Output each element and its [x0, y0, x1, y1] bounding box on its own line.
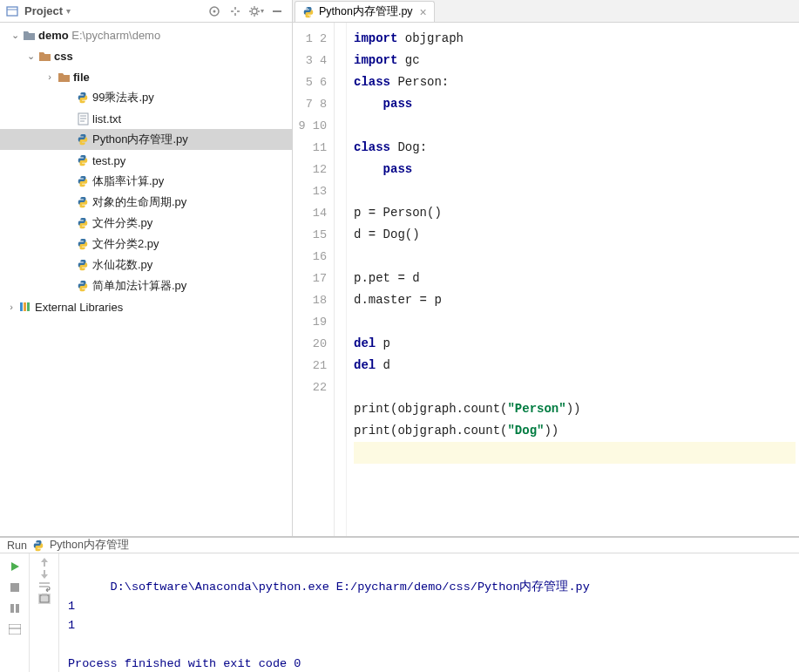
- project-sidebar: Project ▾ ▾ ⌄ demo E:\pycharm\demo ⌄ css…: [0, 0, 293, 536]
- tree-folder-css[interactable]: ⌄ css: [0, 45, 292, 66]
- pause-button[interactable]: [3, 599, 26, 618]
- python-file-icon: [75, 238, 91, 250]
- python-file-icon: [32, 540, 44, 552]
- run-title: Run: [7, 540, 27, 552]
- project-title: Project: [24, 4, 63, 17]
- svg-rect-16: [10, 604, 14, 613]
- svg-rect-18: [9, 624, 21, 635]
- text-file-icon: [75, 112, 91, 126]
- python-file-icon: [302, 6, 315, 18]
- svg-point-3: [213, 10, 216, 12]
- console-output[interactable]: D:\software\Anaconda\python.exe E:/pycha…: [59, 553, 799, 672]
- close-icon[interactable]: ×: [420, 5, 427, 19]
- tree-file[interactable]: 体脂率计算.py: [0, 171, 292, 192]
- editor-area: Python内存管理.py × 1 2 3 4 5 6 7 8 9 10 11 …: [293, 0, 799, 536]
- folder-icon: [37, 51, 52, 62]
- up-button[interactable]: [40, 557, 49, 567]
- line-numbers: 1 2 3 4 5 6 7 8 9 10 11 12 13 14 15 16 1…: [293, 23, 335, 536]
- project-tool-header: Project ▾ ▾: [0, 0, 292, 23]
- hide-button[interactable]: [267, 2, 287, 21]
- tree-file[interactable]: test.py: [0, 150, 292, 171]
- tree-file[interactable]: 文件分类2.py: [0, 234, 292, 255]
- print-button[interactable]: [38, 594, 51, 604]
- tree-file[interactable]: 文件分类.py: [0, 213, 292, 234]
- settings-icon[interactable]: ▾: [247, 2, 266, 21]
- chevron-down-icon[interactable]: ⌄: [9, 30, 21, 41]
- chevron-down-icon[interactable]: ⌄: [24, 51, 37, 62]
- svg-rect-17: [16, 604, 19, 613]
- run-side-toolbar2: [30, 553, 59, 672]
- rerun-button[interactable]: [3, 557, 26, 576]
- chevron-right-icon[interactable]: ›: [44, 71, 56, 82]
- python-file-icon: [75, 259, 91, 271]
- svg-point-13: [307, 7, 308, 8]
- editor-tabs: Python内存管理.py ×: [293, 0, 799, 23]
- libraries-icon: [17, 301, 33, 313]
- tab-label: Python内存管理.py: [319, 4, 413, 19]
- run-target: Python内存管理: [50, 538, 129, 553]
- tree-file[interactable]: 水仙花数.py: [0, 255, 292, 275]
- collapse-button[interactable]: [205, 2, 224, 21]
- svg-rect-12: [27, 302, 30, 311]
- python-file-icon: [75, 280, 91, 292]
- tree-file[interactable]: Python内存管理.py: [0, 129, 292, 150]
- code-text[interactable]: import objgraph import gc class Person: …: [350, 23, 799, 536]
- tree-file[interactable]: list.txt: [0, 108, 292, 129]
- svg-point-4: [252, 9, 257, 14]
- tree-project-root[interactable]: ⌄ demo E:\pycharm\demo: [0, 24, 292, 45]
- folder-icon: [56, 71, 71, 83]
- dropdown-arrow-icon[interactable]: ▾: [66, 6, 71, 16]
- tree-file[interactable]: 简单加法计算器.py: [0, 275, 292, 296]
- editor-tab[interactable]: Python内存管理.py ×: [295, 1, 435, 22]
- svg-rect-20: [40, 595, 49, 602]
- svg-point-14: [309, 15, 310, 16]
- down-button[interactable]: [40, 569, 49, 580]
- tree-external-libraries[interactable]: › External Libraries: [0, 296, 292, 317]
- stop-button[interactable]: [3, 578, 26, 597]
- layout-button[interactable]: [3, 620, 26, 639]
- chevron-right-icon[interactable]: ›: [5, 302, 17, 312]
- project-tree: ⌄ demo E:\pycharm\demo ⌄ css › file 99乘法…: [0, 23, 292, 536]
- folder-icon: [21, 30, 37, 41]
- python-file-icon: [75, 133, 91, 146]
- softwrap-button[interactable]: [38, 581, 51, 592]
- svg-rect-21: [42, 594, 47, 596]
- python-file-icon: [75, 175, 91, 187]
- tree-file[interactable]: 对象的生命周期.py: [0, 192, 292, 213]
- python-file-icon: [75, 217, 91, 229]
- run-header: Run Python内存管理: [0, 538, 799, 553]
- svg-rect-0: [7, 7, 17, 16]
- python-file-icon: [75, 154, 91, 166]
- project-icon: [5, 4, 19, 18]
- run-toolwindow: Run Python内存管理 D:\software\Anaconda\pyth…: [0, 537, 799, 672]
- expand-button[interactable]: [226, 2, 245, 21]
- fold-column: [335, 23, 347, 536]
- svg-rect-11: [24, 302, 26, 311]
- tree-file[interactable]: 99乘法表.py: [0, 87, 292, 108]
- tree-folder-file[interactable]: › file: [0, 66, 292, 87]
- svg-rect-10: [20, 302, 23, 311]
- code-area[interactable]: 1 2 3 4 5 6 7 8 9 10 11 12 13 14 15 16 1…: [293, 23, 799, 536]
- python-file-icon: [75, 196, 91, 208]
- run-side-toolbar: [0, 553, 30, 672]
- svg-rect-15: [10, 583, 19, 592]
- svg-rect-5: [273, 10, 281, 12]
- python-file-icon: [75, 92, 91, 104]
